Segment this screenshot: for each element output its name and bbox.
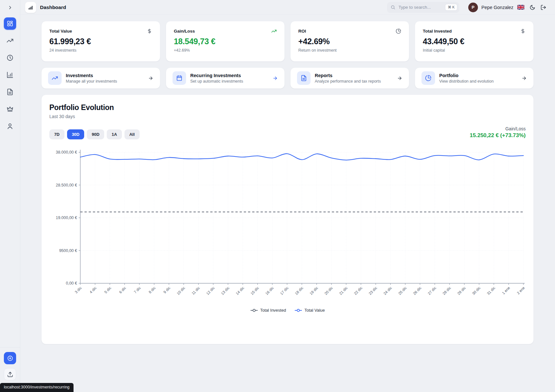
svg-text:19 dic: 19 dic: [309, 286, 319, 296]
chevron-right-icon: [7, 5, 13, 10]
trending-up-icon: [52, 75, 58, 81]
dollar-icon: [520, 28, 526, 34]
sidebar-item-documents[interactable]: [4, 86, 16, 98]
dashboard-app: Dashboard ⌘ K P Pepe Gonzalez: [0, 0, 555, 392]
stat-label: ROI: [298, 29, 306, 34]
svg-text:20 dic: 20 dic: [324, 286, 333, 296]
stat-subtext: Return on investment: [298, 48, 401, 53]
range-button-all[interactable]: All: [124, 129, 140, 139]
svg-text:14 dic: 14 dic: [235, 286, 245, 296]
svg-text:28.500,00 €: 28.500,00 €: [56, 183, 77, 187]
legend-item-total-invested[interactable]: Total Invested: [250, 308, 286, 313]
legend-marker-icon: [294, 308, 302, 312]
nav-card-icon-box: [421, 71, 435, 85]
logout-button[interactable]: [540, 5, 546, 10]
chart-subtitle: Last 30 days: [49, 114, 526, 119]
svg-text:17 dic: 17 dic: [279, 286, 289, 296]
search-icon: [391, 5, 395, 10]
nav-card-title: Portfolio: [439, 73, 494, 78]
stat-card-total-value: Total Value 61.999,23 € 24 investments: [41, 21, 160, 62]
nav-card-title: Investments: [66, 73, 117, 78]
user-name[interactable]: Pepe Gonzalez: [481, 5, 513, 10]
stat-cards-row: Total Value 61.999,23 € 24 investments G…: [41, 21, 534, 62]
range-button-7d[interactable]: 7D: [49, 129, 64, 139]
nav-card-icon-box: [173, 71, 186, 85]
svg-text:30 dic: 30 dic: [471, 286, 481, 296]
svg-text:12 dic: 12 dic: [205, 286, 215, 296]
svg-text:11 dic: 11 dic: [191, 286, 201, 296]
nav-card-recurring-investments[interactable]: Recurring Investments Set up automatic i…: [166, 67, 285, 89]
sidebar-collapse-button[interactable]: [0, 0, 20, 15]
search-input[interactable]: [398, 5, 436, 10]
upload-icon: [7, 371, 13, 377]
chart-gain-label: Gain/Loss: [470, 126, 526, 131]
sidebar-export-button[interactable]: [4, 368, 16, 380]
topbar: Dashboard ⌘ K P Pepe Gonzalez: [20, 0, 555, 15]
sidebar-item-dashboard[interactable]: [4, 17, 16, 30]
svg-text:22 dic: 22 dic: [353, 286, 363, 296]
legend-label: Total Value: [304, 308, 325, 313]
svg-text:38.000,00 €: 38.000,00 €: [56, 150, 77, 155]
stat-value: 43.449,50 €: [423, 37, 526, 46]
svg-text:13 dic: 13 dic: [220, 286, 230, 296]
svg-text:4 dic: 4 dic: [89, 286, 97, 294]
svg-text:9 dic: 9 dic: [163, 286, 171, 294]
nav-card-title: Recurring Investments: [190, 73, 243, 78]
nav-card-reports[interactable]: Reports Analyze performance and tax repo…: [290, 67, 409, 89]
svg-text:31 dic: 31 dic: [486, 286, 496, 296]
chart-title: Portfolio Evolution: [49, 103, 526, 112]
svg-text:19.000,00 €: 19.000,00 €: [56, 216, 77, 220]
svg-text:29 dic: 29 dic: [457, 286, 466, 296]
clock-icon: [6, 54, 14, 61]
nav-card-investments[interactable]: Investments Manage all your investments: [41, 67, 160, 89]
dark-mode-toggle[interactable]: [530, 5, 535, 10]
sidebar-item-reports[interactable]: [4, 69, 16, 81]
crown-icon: [6, 106, 14, 113]
portfolio-evolution-card: Portfolio Evolution Last 30 days 7D30D90…: [41, 95, 534, 344]
nav-card-portfolio[interactable]: Portfolio View distribution and evolutio…: [415, 67, 534, 89]
sidebar-item-profile[interactable]: [4, 120, 16, 132]
nav-card-icon-box: [48, 71, 62, 85]
logout-icon: [540, 5, 546, 10]
svg-text:1 ene: 1 ene: [501, 286, 511, 295]
trending-up-icon: [6, 37, 14, 44]
nav-card-subtitle: Manage all your investments: [66, 79, 117, 84]
sidebar-add-investment-button[interactable]: [4, 352, 16, 364]
trending-up-icon: [271, 28, 277, 34]
arrow-right-icon: [397, 75, 402, 81]
chart-gain-value: 15.250,22 € (+73.73%): [470, 132, 526, 139]
sidebar-item-recurring[interactable]: [4, 52, 16, 64]
link-status-bar: localhost:3000/investments/recurring: [0, 383, 74, 392]
arrow-right-icon: [521, 75, 527, 81]
moon-icon: [530, 5, 535, 10]
svg-text:28 dic: 28 dic: [442, 286, 451, 296]
search-shortcut-badge: ⌘ K: [445, 4, 457, 11]
sidebar-item-investments[interactable]: [4, 35, 16, 47]
user-icon: [6, 123, 14, 130]
uk-flag-icon[interactable]: [517, 5, 524, 10]
nav-card-subtitle: View distribution and evolution: [439, 79, 494, 84]
stat-card-roi: ROI +42.69% Return on investment: [290, 21, 409, 62]
stat-label: Total Value: [49, 29, 72, 34]
dollar-icon: [147, 28, 152, 34]
range-button-1a[interactable]: 1A: [107, 129, 122, 139]
nav-cards-row: Investments Manage all your investments …: [41, 67, 534, 89]
legend-item-total-value[interactable]: Total Value: [294, 308, 325, 313]
sidebar-item-premium[interactable]: [4, 103, 16, 115]
calendar-icon: [176, 75, 183, 81]
user-avatar[interactable]: P: [468, 3, 478, 12]
range-button-90d[interactable]: 90D: [87, 129, 104, 139]
layout-grid-icon: [7, 20, 13, 27]
svg-text:8 dic: 8 dic: [148, 286, 156, 294]
search-box[interactable]: ⌘ K: [387, 2, 459, 13]
stat-card-gain-loss: Gain/Loss 18.549,73 € +42.69%: [166, 21, 285, 62]
stat-subtext: 24 investments: [49, 48, 152, 53]
svg-text:24 dic: 24 dic: [383, 286, 392, 296]
chart-column-icon: [6, 71, 14, 78]
legend-label: Total Invested: [260, 308, 286, 313]
app-logo: [25, 2, 36, 13]
range-button-30d[interactable]: 30D: [67, 129, 84, 139]
nav-card-subtitle: Set up automatic investments: [190, 79, 243, 84]
circle-plus-icon: [7, 355, 13, 361]
svg-text:3 dic: 3 dic: [74, 286, 83, 294]
